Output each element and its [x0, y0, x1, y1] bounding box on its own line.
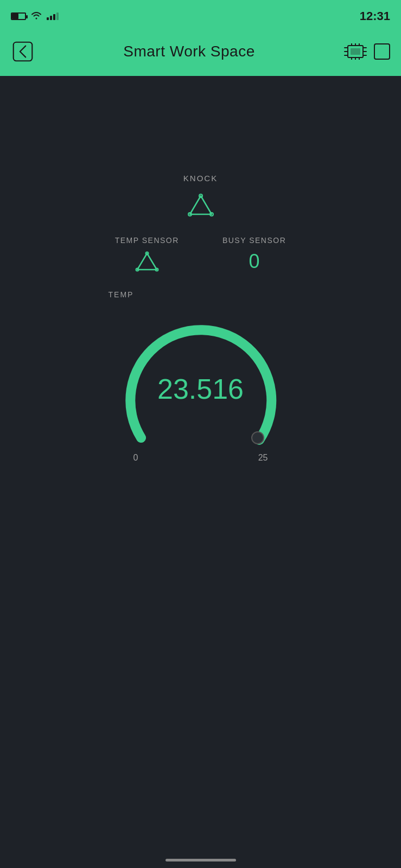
chip-button[interactable] [343, 43, 367, 60]
busy-sensor-value: 0 [249, 250, 260, 273]
gauge-min-label: 0 [133, 453, 138, 463]
status-left-icons [11, 11, 59, 22]
gauge-value: 23.516 [157, 373, 244, 405]
main-content: KNOCK TEMP SENSOR BUSY SENSOR 0 TEMP [0, 76, 401, 868]
square-button[interactable] [374, 43, 390, 60]
header-right-actions [343, 43, 390, 60]
wifi-icon [30, 11, 42, 22]
temp-section: TEMP 23.516 0 25 [109, 290, 293, 470]
gauge-max-label: 25 [258, 453, 268, 463]
app-header: Smart Work Space [0, 33, 401, 76]
knock-triangle-icon [187, 192, 215, 220]
status-bar: 12:31 [0, 0, 401, 33]
svg-point-22 [252, 432, 264, 444]
temp-sensor-triangle-icon [135, 250, 159, 274]
temp-sensor-item: TEMP SENSOR [115, 236, 179, 274]
battery-icon [11, 12, 26, 20]
status-time: 12:31 [360, 9, 390, 23]
knock-section: KNOCK [183, 174, 218, 220]
svg-rect-0 [14, 42, 33, 61]
knock-label: KNOCK [183, 174, 218, 183]
sensors-row: TEMP SENSOR BUSY SENSOR 0 [115, 236, 287, 274]
temperature-gauge: 23.516 0 25 [119, 308, 282, 470]
signal-bars-icon [47, 12, 59, 20]
page-title: Smart Work Space [123, 43, 254, 60]
svg-rect-3 [351, 48, 360, 55]
busy-sensor-item: BUSY SENSOR 0 [222, 236, 286, 273]
temp-sensor-label: TEMP SENSOR [115, 236, 179, 245]
home-indicator [166, 859, 236, 861]
back-button[interactable] [11, 40, 35, 63]
busy-sensor-label: BUSY SENSOR [222, 236, 286, 245]
temp-label: TEMP [109, 290, 134, 299]
